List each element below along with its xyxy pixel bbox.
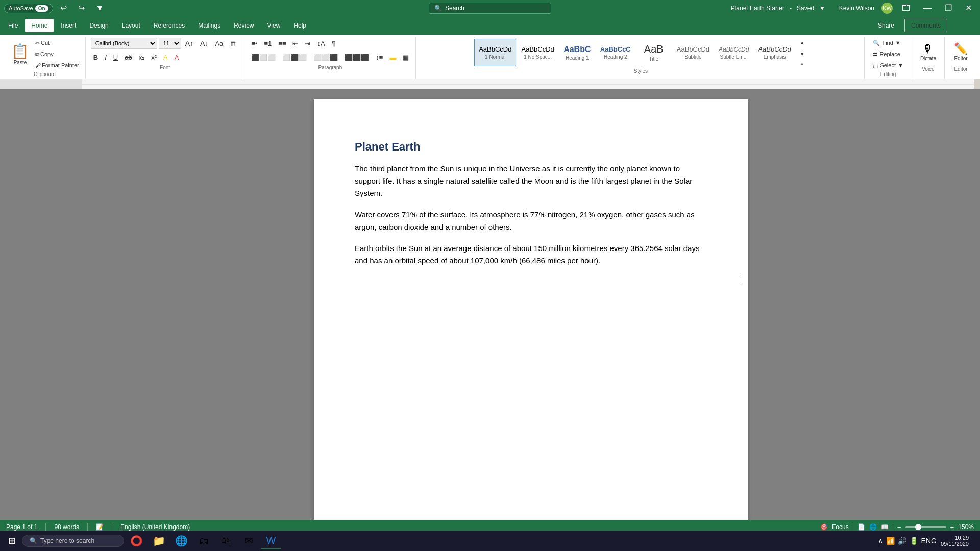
menu-layout[interactable]: Layout <box>116 19 146 32</box>
increase-indent-button[interactable]: ⇥ <box>302 38 313 49</box>
search-bar[interactable]: 🔍 Search <box>429 3 551 14</box>
taskbar-search[interactable]: 🔍 Type here to search <box>22 535 124 547</box>
line-spacing-button[interactable]: ↕≡ <box>373 52 385 63</box>
menu-review[interactable]: Review <box>228 19 260 32</box>
show-formatting-button[interactable]: ¶ <box>329 38 338 49</box>
style-heading1[interactable]: AaBbC Heading 1 <box>559 39 595 66</box>
font-size-select[interactable]: 11 <box>159 38 181 49</box>
tray-battery-icon[interactable]: 🔋 <box>910 537 918 545</box>
focus-icon: 🎯 <box>820 523 828 531</box>
sort-button[interactable]: ↕A <box>314 38 327 49</box>
menu-home[interactable]: Home <box>25 19 54 32</box>
align-center-button[interactable]: ⬜⬛⬜ <box>280 52 309 63</box>
paste-button[interactable]: 📋 Paste <box>8 40 32 68</box>
tray-up-arrow[interactable]: ∧ <box>878 537 883 545</box>
files-icon: 📁 <box>153 535 165 547</box>
taskbar-explorer[interactable]: 🗂 <box>193 532 214 549</box>
style-nospace[interactable]: AaBbCcDd 1 No Spac... <box>517 39 558 66</box>
style-emphasis[interactable]: AaBbCcDd Emphasis <box>754 39 795 66</box>
zoom-slider[interactable] <box>905 526 946 528</box>
menu-help[interactable]: Help <box>287 19 312 32</box>
ribbon-display-button[interactable]: 🗔 <box>898 0 914 16</box>
style-title[interactable]: AaB Title <box>636 39 672 66</box>
styles-more[interactable]: ≡ <box>797 60 807 67</box>
content-scroll[interactable]: Planet Earth The third planet from the S… <box>82 89 980 520</box>
style-subem-preview: AaBbCcDd <box>719 46 749 53</box>
taskbar-word-active[interactable]: W <box>261 532 281 549</box>
show-desktop-button[interactable] <box>973 532 976 549</box>
shading-button[interactable]: ▬ <box>387 52 399 63</box>
comments-button[interactable]: Comments <box>904 19 947 32</box>
style-heading2[interactable]: AaBbCcC Heading 2 <box>596 39 635 66</box>
style-subtle-emphasis[interactable]: AaBbCcDd Subtle Em... <box>715 39 753 66</box>
strikethrough-button[interactable]: ab <box>122 52 134 63</box>
document-para-2[interactable]: Water covers 71% of the surface. Its atm… <box>355 209 707 233</box>
taskbar-store[interactable]: 🛍 <box>216 532 236 549</box>
style-h1-preview: AaBbC <box>564 45 591 54</box>
align-right-button[interactable]: ⬜⬜⬛ <box>311 52 340 63</box>
dictate-button[interactable]: 🎙 Dictate <box>916 38 940 65</box>
editor-button[interactable]: ✏️ Editor <box>950 38 972 65</box>
decrease-indent-button[interactable]: ⇤ <box>290 38 301 49</box>
menu-view[interactable]: View <box>261 19 287 32</box>
select-button[interactable]: ⬚ Select ▼ <box>870 60 906 70</box>
clear-formatting-button[interactable]: 🗑 <box>227 38 239 49</box>
taskbar-edge[interactable]: 🌐 <box>171 532 191 549</box>
style-normal[interactable]: AaBbCcDd 1 Normal <box>474 39 516 66</box>
superscript-button[interactable]: x² <box>149 52 159 63</box>
font-family-select[interactable]: Calibri (Body) <box>91 38 157 49</box>
bullets-button[interactable]: ≡• <box>249 38 260 49</box>
align-left-button[interactable]: ⬛⬜⬜ <box>249 52 278 63</box>
cut-button[interactable]: ✂ Cut <box>33 38 81 48</box>
start-button[interactable]: ⊞ <box>4 532 20 549</box>
restore-button[interactable]: ❐ <box>941 0 956 16</box>
document-para-3[interactable]: Earth orbits the Sun at an average dista… <box>355 242 707 267</box>
menu-file[interactable]: File <box>2 19 24 32</box>
taskbar-search-icon: 🔍 <box>30 537 37 544</box>
italic-button[interactable]: I <box>102 52 109 63</box>
justify-button[interactable]: ⬛⬛⬛ <box>342 52 372 63</box>
increase-font-button[interactable]: A↑ <box>183 38 196 49</box>
find-button[interactable]: 🔍 Find ▼ <box>870 38 906 48</box>
document-page[interactable]: Planet Earth The third planet from the S… <box>314 99 748 520</box>
taskbar-files[interactable]: 📁 <box>149 532 169 549</box>
document-para-1[interactable]: The third planet from the Sun is unique … <box>355 163 707 199</box>
format-painter-button[interactable]: 🖌 Format Painter <box>33 60 81 70</box>
clock-area[interactable]: 10:29 09/11/2020 <box>941 535 969 547</box>
menu-mailings[interactable]: Mailings <box>192 19 227 32</box>
dropdown-arrow[interactable]: ▼ <box>819 5 825 12</box>
styles-scroll-down[interactable]: ▼ <box>797 48 807 59</box>
redo-button[interactable]: ↪ <box>74 0 89 16</box>
menu-design[interactable]: Design <box>83 19 114 32</box>
autosave-toggle[interactable]: AutoSave On <box>4 4 53 13</box>
text-highlight-button[interactable]: A <box>161 52 170 63</box>
bold-button[interactable]: B <box>91 52 101 63</box>
quick-access-button[interactable]: ▼ <box>92 0 108 16</box>
underline-button[interactable]: U <box>111 52 120 63</box>
close-button[interactable]: ✕ <box>961 0 976 16</box>
font-color-button[interactable]: A <box>172 52 182 63</box>
tray-network-icon[interactable]: 📶 <box>886 537 895 545</box>
taskbar-cortana[interactable]: ⭕ <box>126 532 146 549</box>
menu-insert[interactable]: Insert <box>55 19 82 32</box>
tray-sound-icon[interactable]: 🔊 <box>898 537 906 545</box>
multilevel-button[interactable]: ≡≡ <box>276 38 288 49</box>
styles-scroll-up[interactable]: ▲ <box>797 38 807 47</box>
menu-references[interactable]: References <box>148 19 191 32</box>
tray-lang[interactable]: ENG <box>921 537 937 545</box>
numbering-button[interactable]: ≡1 <box>261 38 274 49</box>
style-subtitle[interactable]: AaBbCcDd Subtitle <box>673 39 714 66</box>
replace-button[interactable]: ⇄ Replace <box>870 49 906 59</box>
copy-button[interactable]: ⧉ Copy <box>33 49 81 59</box>
undo-button[interactable]: ↩ <box>56 0 71 16</box>
subscript-button[interactable]: x₂ <box>136 52 148 63</box>
share-button[interactable]: Share <box>872 19 900 32</box>
change-case-button[interactable]: Aa <box>212 38 226 49</box>
tray-icons: ∧ 📶 🔊 🔋 ENG <box>878 537 937 545</box>
zoom-out-button[interactable]: − <box>897 523 901 531</box>
borders-button[interactable]: ▦ <box>400 52 411 63</box>
zoom-in-button[interactable]: + <box>950 523 954 531</box>
minimize-button[interactable]: — <box>919 0 936 16</box>
taskbar-mail[interactable]: ✉ <box>238 532 259 549</box>
decrease-font-button[interactable]: A↓ <box>198 38 211 49</box>
